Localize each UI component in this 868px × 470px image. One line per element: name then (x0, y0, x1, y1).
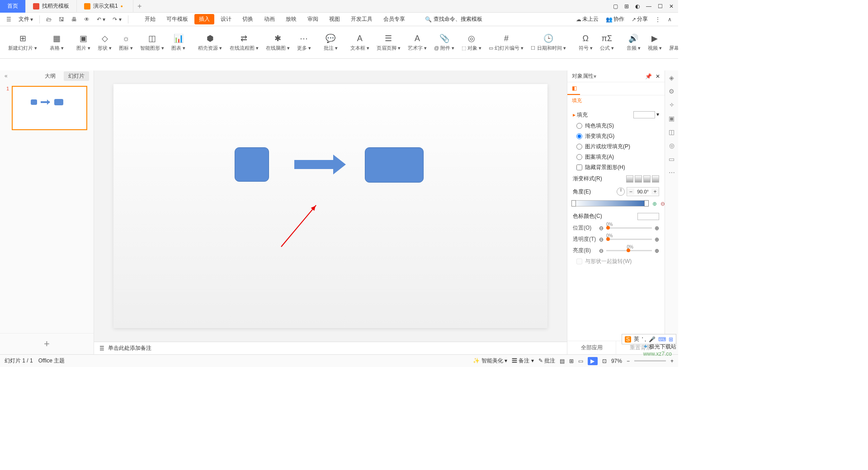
ribbon-幻灯片编号[interactable]: #▭ 幻灯片编号 ▾ (485, 29, 527, 56)
menu-可牛模板[interactable]: 可牛模板 (162, 14, 193, 24)
remove-stop-icon[interactable]: ⊖ (660, 201, 665, 207)
menu-动画[interactable]: 动画 (259, 14, 279, 24)
menu-会员专享[interactable]: 会员专享 (379, 14, 410, 24)
save-icon[interactable]: 🖫 (56, 15, 67, 24)
close-button[interactable]: ✕ (669, 3, 674, 9)
menu-审阅[interactable]: 审阅 (303, 14, 323, 24)
sidetool-5[interactable]: ◫ (669, 128, 675, 136)
cloud-status[interactable]: ☁ 未上云 (573, 14, 601, 24)
stop-color-picker[interactable] (637, 213, 659, 220)
tab-templates[interactable]: 找稻壳模板 (26, 0, 77, 13)
tab-home[interactable]: 首页 (0, 0, 26, 13)
ribbon-在线脑图[interactable]: ✱在线脑图 ▾ (262, 29, 293, 56)
minimize-button[interactable]: — (646, 3, 651, 9)
transparency-slider[interactable]: 透明度(T)⊖0%⊕ (573, 234, 659, 245)
zoom-level[interactable]: 97% (611, 358, 622, 364)
ribbon-对象[interactable]: ◎⬚ 对象 ▾ (458, 29, 485, 56)
new-tab-button[interactable]: + (133, 2, 146, 10)
opt-solid-fill[interactable]: 纯色填充(S) (573, 121, 659, 131)
gradient-slider[interactable]: ⊕ ⊖ (573, 200, 647, 207)
ribbon-图标[interactable]: ☼图标 ▾ (115, 29, 137, 56)
ribbon-稻壳资源[interactable]: ⬢稻壳资源 ▾ (194, 29, 226, 56)
menu-设计[interactable]: 设计 (216, 14, 236, 24)
sidetool-8[interactable]: ⋯ (669, 169, 675, 176)
ribbon-符号[interactable]: Ω符号 ▾ (575, 29, 596, 56)
slide-thumbnail-1[interactable]: 1 (0, 81, 94, 135)
fill-preview-swatch[interactable] (633, 111, 655, 118)
opt-pattern-fill[interactable]: 图案填充(A) (573, 152, 659, 162)
fill-tab-icon[interactable]: ◧ (567, 82, 580, 95)
user-icon[interactable]: ◐ (635, 3, 640, 9)
ribbon-音频[interactable]: 🔊音频 ▾ (623, 29, 644, 56)
angle-input[interactable]: −90.0°+ (627, 187, 659, 196)
open-icon[interactable]: 🗁 (43, 15, 54, 24)
position-slider[interactable]: 位置(O)⊖0%⊕ (573, 222, 659, 234)
opt-hide-bg[interactable]: 隐藏背景图形(H) (573, 162, 659, 173)
ribbon-新建幻灯片[interactable]: ⊞新建幻灯片 ▾ (5, 29, 41, 56)
ribbon-图表[interactable]: 📊图表 ▾ (168, 29, 189, 56)
zoom-slider[interactable] (634, 360, 666, 362)
brightness-slider[interactable]: 亮度(B)⊖0%⊕ (573, 245, 659, 256)
smart-beautify[interactable]: ✨ 智能美化 ▾ (473, 357, 507, 365)
coop-button[interactable]: 👥 协作 (603, 14, 627, 24)
ribbon-日期和时间[interactable]: 🕒☐ 日期和时间 ▾ (527, 29, 569, 56)
ribbon-文本框[interactable]: A文本框 ▾ (347, 29, 373, 56)
command-search[interactable]: 🔍 查找命令、搜索模板 (425, 15, 482, 23)
ribbon-附件[interactable]: 📎@ 附件 ▾ (430, 29, 458, 56)
view-normal-icon[interactable]: ▤ (560, 358, 565, 364)
sidetool-1[interactable]: ◈ (669, 74, 674, 81)
add-stop-icon[interactable]: ⊕ (652, 201, 657, 207)
ribbon-在线流程图[interactable]: ⇄在线流程图 ▾ (226, 29, 262, 56)
opt-gradient-fill[interactable]: 渐变填充(G) (573, 131, 659, 141)
angle-wheel[interactable] (617, 188, 625, 196)
menu-开始[interactable]: 开始 (140, 14, 160, 24)
shape-rounded-rect-2[interactable] (365, 147, 424, 183)
maximize-button[interactable]: ☐ (658, 3, 663, 9)
menu-开发工具[interactable]: 开发工具 (346, 14, 377, 24)
slide-canvas[interactable] (113, 84, 547, 328)
tab-document[interactable]: 演示文稿1• (77, 0, 133, 13)
zoom-out-icon[interactable]: − (627, 358, 630, 364)
shape-rounded-rect-1[interactable] (235, 147, 269, 182)
collapse-panel-icon[interactable]: « (5, 73, 8, 79)
gradient-presets[interactable] (626, 175, 659, 183)
apply-all-button[interactable]: 全部应用 (567, 341, 616, 354)
view-reading-icon[interactable]: ▭ (578, 358, 583, 364)
redo-button[interactable]: ↷ ▾ (110, 15, 124, 24)
pin-icon[interactable]: 📌 (645, 73, 652, 80)
sidetool-6[interactable]: ◎ (669, 142, 675, 149)
ribbon-更多[interactable]: ⋯更多 ▾ (293, 29, 315, 56)
sidetool-7[interactable]: ▭ (669, 155, 675, 163)
ribbon-公式[interactable]: πΣ公式 ▾ (596, 29, 618, 56)
sidetool-2[interactable]: ⚙ (669, 88, 675, 95)
ribbon-批注[interactable]: 💬批注 ▾ (320, 29, 341, 56)
ribbon-智能图形[interactable]: ◫智能图形 ▾ (137, 29, 168, 56)
menu-放映[interactable]: 放映 (281, 14, 301, 24)
sidetool-4[interactable]: ▣ (669, 115, 675, 122)
layout-icon[interactable]: ▢ (613, 3, 618, 9)
menu-插入[interactable]: 插入 (194, 14, 214, 24)
ribbon-图片[interactable]: ▣图片 ▾ (73, 29, 94, 56)
zoom-in-icon[interactable]: + (670, 358, 674, 364)
menu-toggle[interactable]: ☰ (4, 15, 14, 24)
undo-button[interactable]: ↶ ▾ (94, 15, 108, 24)
more-icon[interactable]: ⋮ (652, 15, 663, 24)
shape-arrow[interactable] (294, 160, 335, 169)
ribbon-艺术字[interactable]: A艺术字 ▾ (404, 29, 430, 56)
ribbon-视频[interactable]: ▶视频 ▾ (644, 29, 665, 56)
view-sorter-icon[interactable]: ⊞ (569, 358, 574, 364)
file-menu[interactable]: 文件 ▾ (16, 14, 36, 24)
expand-icon[interactable]: ∧ (665, 15, 675, 24)
preview-icon[interactable]: 👁 (81, 15, 92, 24)
slideshow-button[interactable]: ▶ (588, 357, 598, 365)
ribbon-形状[interactable]: ◇形状 ▾ (94, 29, 115, 56)
tab-outline[interactable]: 大纲 (40, 71, 60, 81)
ribbon-表格[interactable]: ▦表格 ▾ (46, 29, 67, 56)
status-notes[interactable]: ☰ 备注 ▾ (512, 357, 534, 365)
sidetool-3[interactable]: ✧ (669, 101, 675, 108)
apps-icon[interactable]: ⊞ (624, 3, 629, 9)
fit-icon[interactable]: ⊡ (602, 358, 607, 364)
menu-视图[interactable]: 视图 (325, 14, 344, 24)
print-icon[interactable]: 🖶 (69, 15, 80, 24)
add-slide-button[interactable]: + (0, 333, 94, 354)
